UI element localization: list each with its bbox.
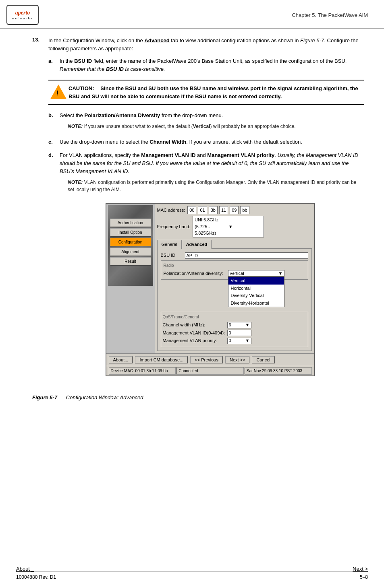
status-mac: Device MAC: 00:01:3b:11:09:bb [109, 367, 176, 375]
polarization-value: Vertical [230, 270, 244, 277]
radio-section: Radio Polarization/Antenna diversity: Ve… [161, 260, 308, 280]
bsu-id-row: BSU ID [161, 252, 308, 259]
figure-title: Configuration Window: Advanced [66, 394, 143, 400]
mac-label: MAC address: [157, 207, 185, 214]
mgmt-priority-arrow-icon: ▼ [245, 337, 250, 344]
mac-cell-4: 11 [219, 206, 228, 215]
caution-content: CAUTION: Since the BSU and SU both use t… [68, 85, 364, 100]
freq-label: Frequency band: [157, 223, 191, 230]
polarization-dropdown: Vertical Horizontal Diversity-Vertical D… [228, 276, 284, 307]
tab-content-advanced: BSU ID Radio Polarization/Antenna divers… [157, 248, 312, 351]
page-number: 5–8 [360, 574, 368, 580]
mac-cell-1: 00 [187, 206, 196, 215]
sidebar-btn-authentication[interactable]: Authentication [110, 219, 151, 227]
figure-caption: Figure 5-7 Configuration Window: Advance… [32, 391, 364, 400]
mgmt-priority-select[interactable]: 0 ▼ [227, 338, 251, 344]
screenshot: Authentication Install Option Configurat… [106, 203, 315, 376]
mac-cell-2: 01 [198, 206, 207, 215]
mac-fields: 00 01 3b 11 09 bb [187, 206, 250, 215]
caution-text: Since the BSU and SU both use the BSU na… [68, 85, 358, 99]
sub-content-d: For VLAN applications, specify the Manag… [60, 151, 364, 196]
screenshot-sidebar: Authentication Install Option Configurat… [106, 204, 155, 353]
sub-label-c: c. [48, 138, 60, 146]
radio-section-title: Radio [164, 262, 305, 268]
channel-width-label: Channel width (MHz): [163, 322, 227, 328]
sub-label-d: d. [48, 151, 60, 196]
bsu-id-input[interactable] [185, 252, 308, 259]
main-content: 13. In the Configuration Window, click o… [0, 29, 384, 409]
status-conn: Connected [176, 367, 244, 375]
polarization-ref: Polarization/Antenna Diversity [84, 112, 160, 118]
screenshot-wrapper: Authentication Install Option Configurat… [56, 203, 364, 376]
item-number-13: 13. [32, 37, 48, 383]
mgmt-priority-label: Management VLAN priority: [163, 337, 227, 344]
next-nav-link[interactable]: Next > [353, 566, 368, 572]
tab-general[interactable]: General [157, 240, 182, 249]
sidebar-image: Authentication Install Option Configurat… [108, 205, 153, 286]
bsu-id-ref: BSU ID [74, 58, 92, 64]
qos-section-title: QoS/Frame/General [163, 314, 306, 320]
freq-row: Frequency band: UNII5.8GHz (5.725 - 5.82… [157, 216, 312, 237]
sidebar-menu: Authentication Install Option Configurat… [108, 217, 153, 267]
dropdown-item-diversity-horizontal[interactable]: Diversity-Horizontal [228, 299, 284, 307]
mgmt-vlan-priority-ref: Management VLAN priority [207, 152, 274, 158]
caution-icon [48, 85, 68, 99]
channel-width-ref: Channel Width [149, 139, 186, 145]
note-b: NOTE: If you are unsure about what to se… [68, 123, 364, 130]
mgmt-priority-value: 0 [229, 337, 231, 344]
polarization-row: Polarization/Antenna diversity: Vertical… [164, 270, 305, 277]
sub-content-a: In the BSU ID field, enter the name of t… [60, 57, 364, 73]
bottom-nav: About _ Next > [16, 566, 368, 572]
dropdown-item-diversity-vertical[interactable]: Diversity-Vertical [228, 292, 284, 299]
about-nav-link[interactable]: About _ [16, 566, 34, 572]
logo: aperto networks [6, 5, 39, 25]
sub-item-c: c. Use the drop-down menu to select the … [48, 138, 364, 146]
tabs-row: General Advanced [157, 240, 312, 249]
mac-row: MAC address: 00 01 3b 11 09 bb [157, 206, 312, 215]
mac-cell-6: bb [240, 206, 249, 215]
status-time: Sat Nov 29 09:33:10 PST 2003 [245, 367, 312, 375]
warning-triangle-icon [50, 85, 66, 99]
sub-content-b: Select the Polarization/Antenna Diversit… [60, 111, 364, 133]
previous-button[interactable]: << Previous [190, 356, 223, 363]
cancel-button[interactable]: Cancel [252, 356, 274, 363]
dropdown-item-vertical[interactable]: Vertical [228, 277, 284, 285]
figure-ref: Figure 5-7 [300, 37, 324, 43]
sidebar-btn-alignment[interactable]: Alignment [110, 248, 151, 256]
logo-area: aperto networks [6, 5, 39, 25]
mgmt-priority-row: Management VLAN priority: 0 ▼ [163, 337, 306, 344]
qos-section: QoS/Frame/General Channel width (MHz): 6… [161, 312, 308, 347]
bsu-id-label: BSU ID [161, 252, 185, 259]
about-button[interactable]: About... [109, 356, 133, 363]
mgmt-vlan-id-ref: Management VLAN ID [141, 152, 195, 158]
note-d: NOTE: VLAN configuration is performed pr… [68, 179, 364, 193]
polarization-select[interactable]: Vertical ▼ [228, 270, 284, 276]
polarization-label: Polarization/Antenna diversity: [164, 270, 228, 277]
sub-content-c: Use the drop-down menu to select the Cha… [60, 138, 364, 146]
screenshot-main: MAC address: 00 01 3b 11 09 bb [155, 204, 314, 353]
page-footer: 10004880 Rev. D1 5–8 [16, 571, 368, 580]
channel-width-value: 6 [229, 322, 231, 328]
tab-advanced[interactable]: Advanced [182, 240, 212, 249]
mgmt-vlan-id-input[interactable] [227, 330, 251, 336]
sub-label-b: b. [48, 111, 60, 133]
mgmt-vlan-id-label: Management VLAN ID(0-4094): [163, 330, 227, 336]
logo-networks: networks [12, 16, 33, 20]
button-row: About... Import CM database... << Previo… [106, 353, 314, 366]
status-bar: Device MAC: 00:01:3b:11:09:bb Connected … [106, 366, 314, 375]
import-cm-button[interactable]: Import CM database... [135, 356, 188, 363]
logo-aperto: aperto [15, 10, 30, 16]
chapter-title: Chapter 5. The PacketWave AIM [292, 12, 368, 18]
freq-select[interactable]: UNII5.8GHz (5.725 - 5.825GHz) ▼ [193, 216, 264, 237]
figure-label: Figure 5-7 [32, 394, 57, 400]
channel-width-row: Channel width (MHz): 6 ▼ [163, 322, 306, 328]
sidebar-btn-install-option[interactable]: Install Option [110, 228, 151, 237]
caution-box: CAUTION: Since the BSU and SU both use t… [48, 80, 364, 105]
polarization-arrow-icon: ▼ [278, 270, 283, 277]
next-button[interactable]: Next >> [225, 356, 250, 363]
channel-width-select[interactable]: 6 ▼ [227, 322, 251, 328]
advanced-tab-ref: Advanced [144, 37, 169, 43]
sidebar-btn-configuration[interactable]: Configuration [110, 238, 151, 246]
dropdown-item-horizontal[interactable]: Horizontal [228, 285, 284, 292]
sidebar-btn-result[interactable]: Result [110, 257, 151, 266]
